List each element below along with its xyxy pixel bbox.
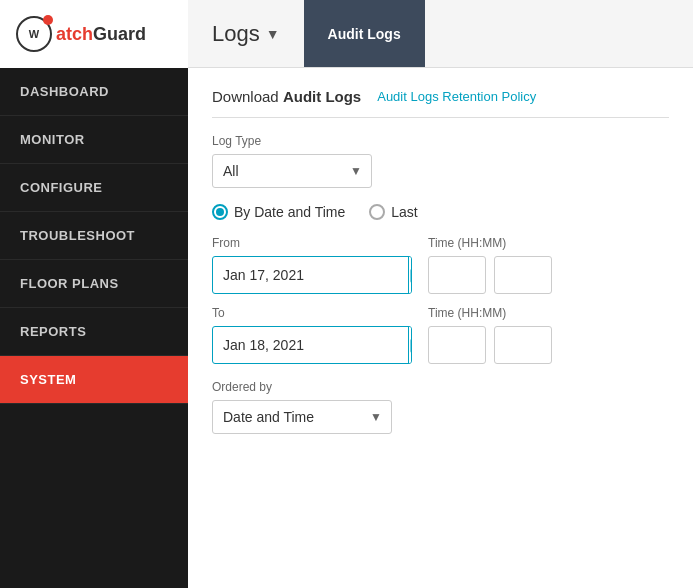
logs-dropdown[interactable]: Logs ▼ (188, 0, 304, 67)
from-time-label: Time (HH:MM) (428, 236, 552, 250)
download-title: Download Audit Logs (212, 88, 361, 105)
svg-rect-0 (411, 269, 412, 283)
radio-by-date[interactable]: By Date and Time (212, 204, 345, 220)
calendar-icon (409, 336, 412, 354)
log-type-select[interactable]: All System User (212, 154, 372, 188)
from-label: From (212, 236, 412, 250)
sidebar-item-configure[interactable]: CONFIGURE (0, 164, 188, 212)
policy-link[interactable]: Audit Logs Retention Policy (377, 89, 536, 104)
tab-audit-logs[interactable]: Audit Logs (304, 0, 425, 67)
log-type-label: Log Type (212, 134, 669, 148)
sidebar-item-troubleshoot[interactable]: TROUBLESHOOT (0, 212, 188, 260)
sidebar-item-reports[interactable]: REPORTS (0, 308, 188, 356)
ordered-by-label: Ordered by (212, 380, 669, 394)
log-type-group: Log Type All System User ▼ (212, 134, 669, 188)
to-calendar-button[interactable] (408, 327, 412, 363)
from-row: From (212, 236, 669, 294)
to-min-input[interactable] (495, 333, 552, 357)
nav-menu: DASHBOARD MONITOR CONFIGURE TROUBLESHOOT… (0, 68, 188, 588)
to-min-spinner: ▲ ▼ (494, 326, 552, 364)
from-hour-spinner: ▲ ▼ (428, 256, 486, 294)
to-time-inputs: ▲ ▼ ▲ ▼ (428, 326, 552, 364)
logs-arrow-icon: ▼ (266, 26, 280, 42)
from-date-input-wrapper (212, 256, 412, 294)
logo-text: atchGuard (56, 24, 146, 45)
from-time-inputs: ▲ ▼ ▲ ▼ (428, 256, 552, 294)
sidebar-item-monitor[interactable]: MONITOR (0, 116, 188, 164)
section-header: Download Audit Logs Audit Logs Retention… (212, 88, 669, 118)
from-date-input[interactable] (213, 259, 408, 291)
from-time-group: Time (HH:MM) ▲ ▼ ▲ ▼ (428, 236, 552, 294)
radio-date-icon (212, 204, 228, 220)
sidebar-item-dashboard[interactable]: DASHBOARD (0, 68, 188, 116)
radio-date-label: By Date and Time (234, 204, 345, 220)
calendar-icon (409, 266, 412, 284)
to-date-input-wrapper (212, 326, 412, 364)
sidebar: W atchGuard DASHBOARD MONITOR CONFIGURE … (0, 0, 188, 588)
to-hour-input[interactable] (429, 333, 486, 357)
from-min-spinner: ▲ ▼ (494, 256, 552, 294)
from-date-group: From (212, 236, 412, 294)
from-calendar-button[interactable] (408, 257, 412, 293)
logs-label: Logs (212, 21, 260, 47)
filter-type-radios: By Date and Time Last (212, 204, 669, 220)
header: Logs ▼ Audit Logs (188, 0, 693, 68)
to-date-input[interactable] (213, 329, 408, 361)
svg-rect-9 (411, 339, 412, 353)
log-type-select-wrapper: All System User ▼ (212, 154, 372, 188)
content-area: Download Audit Logs Audit Logs Retention… (188, 68, 693, 588)
from-hour-input[interactable] (429, 263, 486, 287)
to-hour-spinner: ▲ ▼ (428, 326, 486, 364)
logo: W atchGuard (0, 0, 188, 68)
radio-last[interactable]: Last (369, 204, 417, 220)
to-row: To (212, 306, 669, 364)
ordered-by-select[interactable]: Date and Time Type User (212, 400, 392, 434)
radio-last-label: Last (391, 204, 417, 220)
to-time-label: Time (HH:MM) (428, 306, 552, 320)
to-time-group: Time (HH:MM) ▲ ▼ ▲ ▼ (428, 306, 552, 364)
to-date-group: To (212, 306, 412, 364)
main-panel: Logs ▼ Audit Logs Download Audit Logs Au… (188, 0, 693, 588)
radio-last-icon (369, 204, 385, 220)
ordered-by-group: Ordered by Date and Time Type User ▼ (212, 380, 669, 434)
logo-icon: W (16, 16, 52, 52)
sidebar-item-system[interactable]: SYSTEM (0, 356, 188, 404)
ordered-by-select-wrapper: Date and Time Type User ▼ (212, 400, 392, 434)
from-min-input[interactable] (495, 263, 552, 287)
to-label: To (212, 306, 412, 320)
sidebar-item-floor-plans[interactable]: FLOOR PLANS (0, 260, 188, 308)
